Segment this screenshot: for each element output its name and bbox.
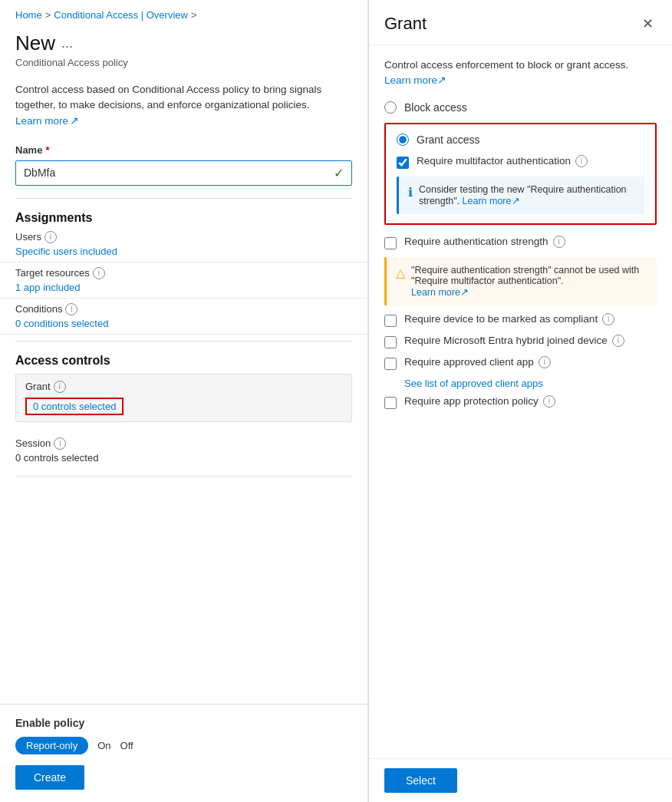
users-item[interactable]: Users i Specific users included [0,226,367,262]
mfa-checkbox[interactable] [397,157,409,169]
drawer-footer: Select [369,758,672,802]
approved-app-link[interactable]: See list of approved client apps [404,378,657,389]
on-option[interactable]: On [97,740,110,751]
grant-label: Grant i [25,381,342,393]
session-value: 0 controls selected [15,452,352,464]
grant-controls-selected[interactable]: 0 controls selected [25,398,124,415]
name-value: DbMfa [24,167,55,179]
breadcrumb: Home > Conditional Access | Overview > [0,0,367,27]
conditions-info-icon: i [65,303,77,315]
mfa-info-icon: i [575,155,588,167]
description-text: Control access based on Conditional Acce… [15,84,321,111]
close-button[interactable]: ✕ [639,12,657,35]
off-option[interactable]: Off [120,740,133,751]
grant-access-option[interactable]: Grant access [397,134,644,146]
grant-box[interactable]: Grant i 0 controls selected [15,374,352,422]
grant-access-radio[interactable] [397,134,409,146]
users-value[interactable]: Specific users included [15,246,352,257]
drawer-header: Grant ✕ [369,0,672,45]
learn-more-link[interactable]: Learn more ↗ [15,114,79,129]
name-check-icon: ✓ [334,166,344,180]
name-label: Name * [15,144,352,156]
select-button[interactable]: Select [384,768,457,793]
grant-drawer: Grant ✕ Control access enforcement to bl… [368,0,672,802]
users-label: Users i [15,231,352,243]
info-callout: ℹ Consider testing the new "Require auth… [397,177,644,214]
warning-callout: △ "Require authentication strength" cann… [384,257,657,305]
device-compliant-checkbox[interactable] [384,315,397,327]
grant-access-box: Grant access Require multifactor authent… [384,123,657,225]
grant-access-label: Grant access [417,134,479,146]
approved-app-info-icon: i [539,356,551,368]
info-circle-icon: ℹ [408,185,413,200]
hybrid-join-checkbox[interactable] [384,336,397,348]
block-access-label: Block access [404,101,467,114]
conditions-value[interactable]: 0 conditions selected [15,318,352,329]
hybrid-join-info-icon: i [612,335,624,347]
target-resources-item[interactable]: Target resources i 1 app included [0,262,367,299]
app-protection-info-icon: i [543,395,555,408]
auth-strength-row[interactable]: Require authentication strength i [384,236,657,249]
drawer-description: Control access enforcement to block or g… [384,58,657,89]
block-access-radio[interactable] [384,101,397,114]
info-callout-text: Consider testing the new "Require authen… [419,184,635,206]
users-info-icon: i [44,231,57,243]
create-button[interactable]: Create [15,765,84,790]
session-info-icon: i [54,437,66,450]
hybrid-join-section: Require Microsoft Entra hybrid joined de… [384,335,657,348]
breadcrumb-ca[interactable]: Conditional Access | Overview [54,9,188,21]
mfa-checkbox-row[interactable]: Require multifactor authentication i [397,155,644,169]
auth-strength-checkbox[interactable] [384,237,397,249]
drawer-title: Grant [384,14,427,34]
approved-app-row[interactable]: Require approved client app i [384,356,657,370]
breadcrumb-sep2: > [191,9,197,21]
device-compliant-info-icon: i [602,313,614,325]
name-input-container: DbMfa ✓ [15,160,352,186]
app-protection-row[interactable]: Require app protection policy i [384,395,657,409]
required-marker: * [45,144,49,156]
left-panel: Home > Conditional Access | Overview > N… [0,0,368,802]
auth-strength-info-icon: i [553,236,565,248]
warning-text: "Require authentication strength" cannot… [411,265,647,298]
info-callout-learn-more[interactable]: Learn more↗ [463,196,520,206]
page-header: New ... Conditional Access policy [0,27,367,73]
target-value[interactable]: 1 app included [15,282,352,293]
breadcrumb-sep1: > [45,9,51,21]
warning-learn-more[interactable]: Learn more↗ [411,287,469,298]
session-label: Session i [15,437,352,450]
enable-policy-section: Enable policy Report-only On Off Create [0,704,367,802]
description: Control access based on Conditional Acce… [0,73,367,138]
drawer-learn-more-link[interactable]: Learn more↗ [384,74,446,86]
target-info-icon: i [93,267,105,279]
device-compliant-section: Require device to be marked as compliant… [384,313,657,327]
app-protection-checkbox[interactable] [384,397,397,409]
breadcrumb-home[interactable]: Home [15,9,42,21]
page-title-text: New [15,31,55,55]
drawer-body: Control access enforcement to block or g… [369,45,672,758]
grant-info-icon: i [54,381,66,393]
page-title-ellipsis: ... [61,35,73,51]
app-protection-label: Require app protection policy i [404,395,657,408]
enable-policy-title: Enable policy [15,717,352,729]
device-compliant-row[interactable]: Require device to be marked as compliant… [384,313,657,327]
approved-app-label: Require approved client app i [404,356,657,368]
block-access-option[interactable]: Block access [384,101,657,114]
target-label: Target resources i [15,267,352,279]
auth-strength-section: Require authentication strength i △ "Req… [384,236,657,305]
conditions-item[interactable]: Conditions i 0 conditions selected [0,299,367,335]
external-link-icon: ↗ [70,114,79,129]
session-section[interactable]: Session i 0 controls selected [15,431,352,464]
conditions-label: Conditions i [15,303,352,315]
auth-strength-label: Require authentication strength i [404,236,657,248]
toggle-group: Report-only On Off [15,737,352,754]
report-only-toggle[interactable]: Report-only [15,737,88,754]
name-section: Name * DbMfa ✓ [0,138,367,192]
app-protection-section: Require app protection policy i [384,395,657,409]
approved-app-checkbox[interactable] [384,358,397,370]
device-compliant-label: Require device to be marked as compliant… [404,313,657,325]
warning-icon: △ [396,266,405,280]
approved-app-section: Require approved client app i See list o… [384,356,657,389]
page-subtitle: Conditional Access policy [15,57,352,68]
access-controls-heading: Access controls [15,354,352,374]
hybrid-join-row[interactable]: Require Microsoft Entra hybrid joined de… [384,335,657,348]
